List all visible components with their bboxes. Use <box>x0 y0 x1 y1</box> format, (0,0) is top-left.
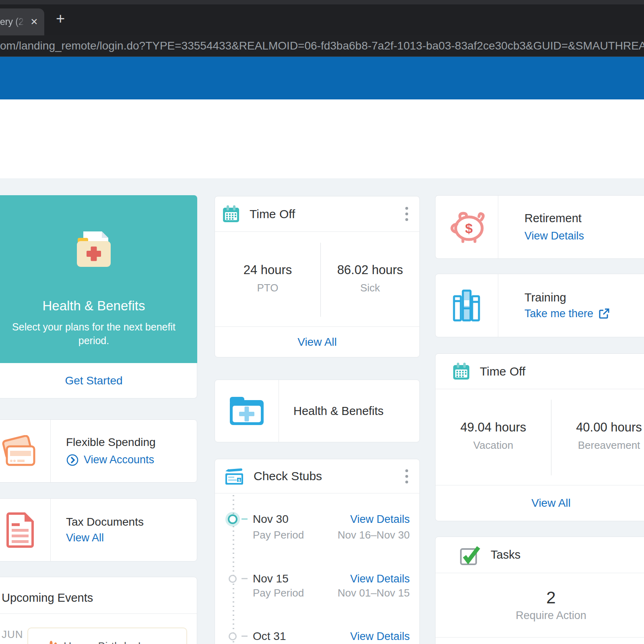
stub-date: Nov 30 <box>253 513 289 526</box>
url-bar[interactable]: om/landing_remote/login.do?TYPE=33554433… <box>0 35 644 57</box>
time-off-body: 49.04 hours Vacation 40.00 hours Bereave… <box>436 389 644 486</box>
event-day: 24 <box>2 642 23 644</box>
view-all-link[interactable]: View All <box>531 497 571 510</box>
tasks-body: 2 Require Action <box>436 573 644 637</box>
time-off-card-side: Time Off 49.04 hours Vacation 40.00 hour… <box>435 353 644 521</box>
view-details-link[interactable]: View Details <box>350 573 410 585</box>
check-stub-row: Nov 30 View Details <box>253 512 410 526</box>
check-stub-subrow: Pay Period Nov 16–Nov 30 <box>253 528 410 542</box>
view-details-link[interactable]: View Details <box>524 230 584 242</box>
flexible-spending-icon-cell <box>0 420 51 482</box>
view-all-link[interactable]: View All <box>297 336 337 349</box>
promo-teal-panel: Health & Benefits Select your plans for … <box>0 195 197 363</box>
stat-value: 49.04 hours <box>436 420 551 435</box>
chevron-right-circle-icon[interactable] <box>66 454 79 466</box>
health-benefits-card[interactable]: Health & Benefits <box>215 380 420 442</box>
get-started-link[interactable]: Get Started <box>65 374 122 387</box>
timeline-dot <box>229 632 237 640</box>
svg-text:$: $ <box>238 478 240 482</box>
time-off-card-main: Time Off 24 hours PTO 86.02 hours Sick V… <box>215 196 420 357</box>
health-benefits-promo-card: Health & Benefits Select your plans for … <box>0 195 197 398</box>
check-stubs-header: $ Check Stubs <box>215 459 419 493</box>
event-date: JUN 24 <box>2 628 23 644</box>
kebab-menu-icon[interactable] <box>405 207 408 221</box>
promo-title: Health & Benefits <box>43 298 145 314</box>
timeline-dash <box>242 636 248 637</box>
calendar-icon <box>223 205 239 223</box>
tasks-count-label: Require Action <box>516 609 586 622</box>
page-white-band <box>0 99 644 178</box>
take-me-there-link[interactable]: Take me there <box>524 308 593 320</box>
check-stub-row: Oct 31 View Details <box>253 630 410 643</box>
time-off-header: Time Off <box>436 354 644 389</box>
time-off-footer: View All <box>215 326 419 357</box>
card-title: Training <box>524 291 644 304</box>
stat-label: PTO <box>215 282 320 294</box>
timeline-dot <box>229 575 237 583</box>
stub-range: Nov 16–Nov 30 <box>338 529 410 541</box>
new-tab-button[interactable]: + <box>52 10 69 28</box>
stat-value: 24 hours <box>215 262 320 278</box>
check-stub-subrow: Pay Period Nov 01–Nov 15 <box>253 586 410 600</box>
books-icon <box>452 288 481 323</box>
flexible-spending-card: Flexible Spending View Accounts <box>0 419 197 483</box>
events-divider <box>0 613 197 614</box>
card-title: Health & Benefits <box>293 405 419 418</box>
view-details-link[interactable]: View Details <box>350 630 410 643</box>
timeline-dash <box>242 518 248 520</box>
section-title: Upcoming Events <box>2 591 93 605</box>
event-month: JUN <box>2 628 23 641</box>
flexible-spending-content: Flexible Spending View Accounts <box>51 420 197 482</box>
tasks-count: 2 <box>546 588 555 607</box>
check-stubs-card: $ Check Stubs Nov 30 View Details Pay Pe… <box>215 459 420 644</box>
url-text: om/landing_remote/login.do?TYPE=33554433… <box>0 39 644 52</box>
card-title: Time Off <box>250 207 295 221</box>
timeline-dash <box>242 578 248 579</box>
retirement-content: Retirement View Details <box>498 196 644 258</box>
card-title: Time Off <box>480 365 525 378</box>
view-all-link[interactable]: View All <box>66 532 104 544</box>
view-accounts-link[interactable]: View Accounts <box>84 454 154 466</box>
svg-text:$: $ <box>465 221 473 236</box>
celebration-icon <box>43 639 62 644</box>
stub-range: Nov 01–Nov 15 <box>338 587 410 599</box>
stat-bereavement: 40.00 hours Bereavement <box>551 420 644 451</box>
tab-strip: ery (2 ✕ + <box>0 4 644 35</box>
medical-folder-icon <box>66 229 122 273</box>
external-link-icon[interactable] <box>598 308 610 320</box>
tasks-footer-divider <box>436 637 644 638</box>
kebab-menu-icon[interactable] <box>405 469 408 483</box>
training-icon-cell <box>436 274 498 337</box>
browser-chrome: ery (2 ✕ + om/landing_remote/login.do?TY… <box>0 0 644 57</box>
training-card: Training Take me there <box>435 274 644 337</box>
check-stub-icon: $ <box>225 466 244 486</box>
browser-tab[interactable]: ery (2 ✕ <box>0 8 44 35</box>
time-off-footer: View All <box>436 485 644 521</box>
view-details-link[interactable]: View Details <box>350 513 410 526</box>
tab-title: ery (2 <box>0 17 27 27</box>
timeline-dot-active <box>228 514 237 524</box>
stat-label: Sick <box>321 282 419 294</box>
health-benefits-content: Health & Benefits <box>279 380 419 442</box>
stat-pto: 24 hours PTO <box>215 262 320 294</box>
card-title: Check Stubs <box>254 469 322 483</box>
training-content: Training Take me there <box>498 274 644 337</box>
tasks-card: Tasks 2 Require Action <box>435 537 644 644</box>
tab-close-icon[interactable]: ✕ <box>28 16 40 28</box>
stat-value: 86.02 hours <box>321 262 419 278</box>
event-item[interactable]: Happy Birthday! <box>27 627 187 644</box>
stat-sick: 86.02 hours Sick <box>321 262 419 294</box>
tax-documents-icon-cell <box>0 499 51 561</box>
health-benefits-icon-cell <box>215 380 279 442</box>
event-title: Happy Birthday! <box>64 640 141 644</box>
card-title: Retirement <box>524 212 644 225</box>
upcoming-events-card: Upcoming Events JUN 24 Happy Birthday! <box>0 577 197 644</box>
tax-documents-content: Tax Documents View All <box>51 499 197 561</box>
card-title: Flexible Spending <box>66 436 197 449</box>
card-title: Tax Documents <box>66 516 197 528</box>
tax-documents-card: Tax Documents View All <box>0 498 197 561</box>
credit-cards-icon <box>0 435 41 467</box>
time-off-header: Time Off <box>215 196 419 232</box>
app-header-band <box>0 57 644 99</box>
calendar-icon <box>453 363 469 380</box>
